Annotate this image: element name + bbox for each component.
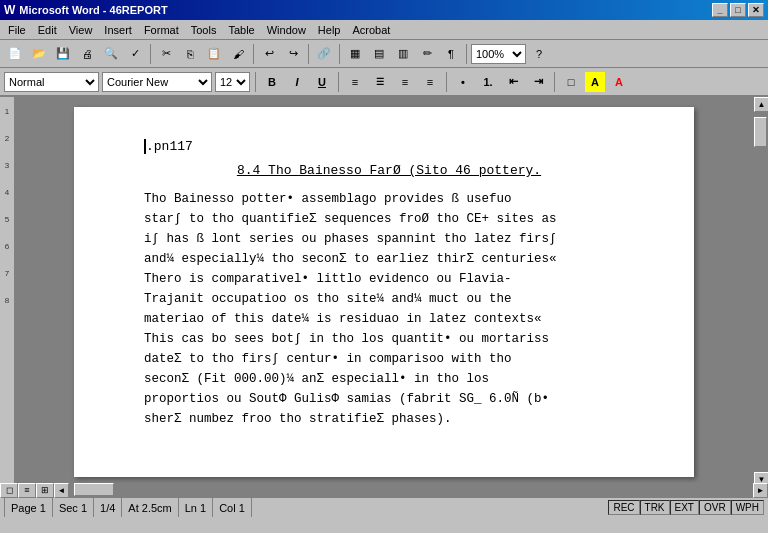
spell-check-button[interactable]: ✓ <box>124 43 146 65</box>
italic-button[interactable]: I <box>286 72 308 92</box>
redo-button[interactable]: ↪ <box>282 43 304 65</box>
ovr-indicator: OVR <box>699 500 731 515</box>
menu-tools[interactable]: Tools <box>185 22 223 38</box>
outline-view-button[interactable]: ≡ <box>18 483 36 498</box>
hscroll-thumb[interactable] <box>74 483 114 496</box>
title-bar: W Microsoft Word - 46REPORT _ □ ✕ <box>0 0 768 20</box>
align-left-button[interactable]: ≡ <box>344 72 366 92</box>
size-select[interactable]: 12 <box>215 72 250 92</box>
at-status: At 2.5cm <box>122 498 178 517</box>
menu-view[interactable]: View <box>63 22 99 38</box>
title-bar-left: W Microsoft Word - 46REPORT <box>4 3 168 17</box>
rec-indicator: REC <box>608 500 639 515</box>
menu-file[interactable]: File <box>2 22 32 38</box>
format-toolbar: Normal Courier New 12 B I U ≡ ☰ ≡ ≡ • 1.… <box>0 68 768 96</box>
fmt-sep-2 <box>338 72 339 92</box>
menu-bar: File Edit View Insert Format Tools Table… <box>0 20 768 40</box>
scroll-track[interactable] <box>754 112 768 472</box>
excel-button[interactable]: ▤ <box>368 43 390 65</box>
separator-1 <box>150 44 151 64</box>
copy-button[interactable]: ⎘ <box>179 43 201 65</box>
scroll-right-button[interactable]: ► <box>753 483 768 498</box>
horizontal-scrollbar[interactable]: ◻ ≡ ⊞ ◄ ► <box>0 482 768 497</box>
increase-indent-button[interactable]: ⇥ <box>527 72 549 92</box>
close-button[interactable]: ✕ <box>748 3 764 17</box>
window-title: Microsoft Word - 46REPORT <box>19 4 167 16</box>
para-4: Thero is comparativel• littlo evidenco o… <box>144 269 634 289</box>
show-hide-button[interactable]: ¶ <box>440 43 462 65</box>
separator-3 <box>308 44 309 64</box>
vertical-scrollbar[interactable]: ▲ ▼ <box>753 97 768 487</box>
pn-text: pn117 <box>154 139 193 154</box>
help-button[interactable]: ? <box>528 43 550 65</box>
bullet-list-button[interactable]: • <box>452 72 474 92</box>
text-cursor: . <box>144 139 154 154</box>
open-button[interactable]: 📂 <box>28 43 50 65</box>
undo-button[interactable]: ↩ <box>258 43 280 65</box>
menu-insert[interactable]: Insert <box>98 22 138 38</box>
align-right-button[interactable]: ≡ <box>394 72 416 92</box>
zoom-select[interactable]: 100% <box>471 44 526 64</box>
fmt-sep-1 <box>255 72 256 92</box>
ln-status: Ln 1 <box>179 498 213 517</box>
page-of-status: 1/4 <box>94 498 122 517</box>
sec-status: Sec 1 <box>53 498 94 517</box>
highlight-button[interactable]: A <box>585 72 605 92</box>
para-1: star∫ to tho quantifieΣ sequences froØ t… <box>144 209 634 229</box>
border-button[interactable]: □ <box>560 72 582 92</box>
drawing-button[interactable]: ✏ <box>416 43 438 65</box>
doc-body: Tho Bainesso potter• assemblago provides… <box>144 189 634 429</box>
scroll-up-button[interactable]: ▲ <box>754 97 768 112</box>
maximize-button[interactable]: □ <box>730 3 746 17</box>
align-center-button[interactable]: ☰ <box>369 72 391 92</box>
menu-table[interactable]: Table <box>222 22 260 38</box>
menu-acrobat[interactable]: Acrobat <box>346 22 396 38</box>
save-button[interactable]: 💾 <box>52 43 74 65</box>
scroll-left-button[interactable]: ◄ <box>54 483 69 498</box>
pn-line: .pn117 <box>144 137 634 157</box>
para-9: seconΣ (Fit 000.00)¼ anΣ especiall• in t… <box>144 369 634 389</box>
print-preview-button[interactable]: 🔍 <box>100 43 122 65</box>
app-icon: W <box>4 3 15 17</box>
status-bar: Page 1 Sec 1 1/4 At 2.5cm Ln 1 Col 1 REC… <box>0 497 768 517</box>
para-10: proportios ou SoutΦ GulisΦ samias (fabri… <box>144 389 634 409</box>
col-status: Col 1 <box>213 498 252 517</box>
columns-button[interactable]: ▥ <box>392 43 414 65</box>
style-select[interactable]: Normal <box>4 72 99 92</box>
underline-button[interactable]: U <box>311 72 333 92</box>
left-ruler: 1 2 3 4 5 6 7 8 <box>0 97 15 487</box>
menu-window[interactable]: Window <box>261 22 312 38</box>
page-status: Page 1 <box>4 498 53 517</box>
minimize-button[interactable]: _ <box>712 3 728 17</box>
decrease-indent-button[interactable]: ⇤ <box>502 72 524 92</box>
separator-4 <box>339 44 340 64</box>
format-painter-button[interactable]: 🖌 <box>227 43 249 65</box>
para-11: sherΣ numbez froo tho stratifieΣ phases)… <box>144 409 634 429</box>
cut-button[interactable]: ✂ <box>155 43 177 65</box>
numbered-list-button[interactable]: 1. <box>477 72 499 92</box>
hyperlink-button[interactable]: 🔗 <box>313 43 335 65</box>
separator-2 <box>253 44 254 64</box>
font-color-button[interactable]: A <box>608 72 630 92</box>
print-button[interactable]: 🖨 <box>76 43 98 65</box>
normal-view-button[interactable]: ◻ <box>0 483 18 498</box>
menu-format[interactable]: Format <box>138 22 185 38</box>
justify-button[interactable]: ≡ <box>419 72 441 92</box>
title-bar-controls: _ □ ✕ <box>712 3 764 17</box>
hscroll-track[interactable] <box>69 483 753 497</box>
para-7: This cas bo sees bot∫ in tho los quantit… <box>144 329 634 349</box>
page-view-button[interactable]: ⊞ <box>36 483 54 498</box>
document-area[interactable]: .pn117 8.4 Tho Bainesso FarØ (Sito 46 po… <box>15 97 753 487</box>
font-select[interactable]: Courier New <box>102 72 212 92</box>
para-6: materiao of this date¼ is residuao in la… <box>144 309 634 329</box>
paste-button[interactable]: 📋 <box>203 43 225 65</box>
bold-button[interactable]: B <box>261 72 283 92</box>
table-button[interactable]: ▦ <box>344 43 366 65</box>
scroll-thumb[interactable] <box>754 117 767 147</box>
menu-edit[interactable]: Edit <box>32 22 63 38</box>
ruler-content: 1 2 3 4 5 6 7 8 9 10 11 <box>15 96 753 97</box>
new-button[interactable]: 📄 <box>4 43 26 65</box>
menu-help[interactable]: Help <box>312 22 347 38</box>
trk-indicator: TRK <box>640 500 670 515</box>
doc-heading: 8.4 Tho Bainesso FarØ (Sito 46 pottery. <box>144 161 634 181</box>
